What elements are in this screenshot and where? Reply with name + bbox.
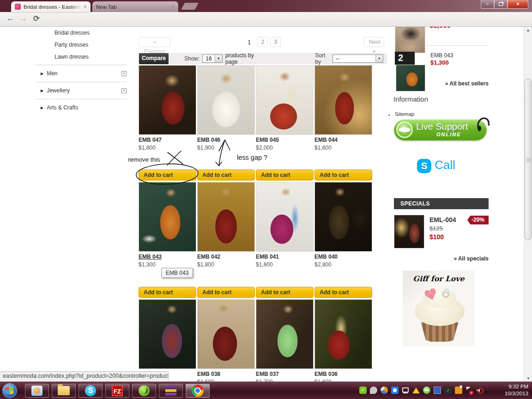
- volume-muted-icon[interactable]: [476, 387, 484, 394]
- product-image-emb042[interactable]: [197, 182, 255, 252]
- skype-icon[interactable]: S: [417, 159, 431, 173]
- tab-close-icon[interactable]: ×: [171, 4, 175, 10]
- sidebar-item-bridal-dresses[interactable]: Bridal dresses: [36, 27, 127, 39]
- google-drive-icon[interactable]: [412, 387, 420, 393]
- action-center-flag-icon[interactable]: [466, 387, 473, 394]
- tab-new-tab[interactable]: New Tab ×: [92, 1, 178, 12]
- scrollbar[interactable]: ▲ ▼: [524, 27, 532, 381]
- new-tab-button[interactable]: [181, 3, 199, 10]
- gift-for-love-banner[interactable]: Giff for Love: [403, 271, 475, 346]
- add-to-cart-button[interactable]: Add to cart: [314, 169, 372, 181]
- previous-page-button[interactable]: « Previous: [139, 37, 171, 47]
- sidebar-item-party-dresses[interactable]: Party dresses: [36, 39, 127, 51]
- product-image-emb046[interactable]: [197, 65, 255, 135]
- product-code[interactable]: EMB 045: [256, 137, 314, 143]
- special-product-thumb[interactable]: [394, 215, 424, 248]
- next-page-button[interactable]: Next »: [364, 37, 384, 47]
- restore-button[interactable]: [494, 0, 508, 9]
- add-to-cart-button[interactable]: Add to cart: [256, 169, 314, 181]
- expand-icon[interactable]: +: [121, 88, 127, 93]
- bullet-icon: •: [388, 113, 390, 118]
- sitemap-link[interactable]: Sitemap: [395, 111, 414, 117]
- product-code[interactable]: EMB 042: [197, 254, 255, 260]
- special-product-code[interactable]: EML-004: [429, 216, 456, 224]
- page-3-button[interactable]: 3: [270, 37, 281, 47]
- add-to-cart-button[interactable]: Add to cart: [314, 287, 372, 298]
- taskbar-chrome-active[interactable]: [186, 384, 210, 398]
- sidebar-item-arts-crafts[interactable]: ▶ Arts & Crafts: [36, 101, 127, 114]
- page-2-button[interactable]: 2: [257, 37, 268, 47]
- compare-button[interactable]: Compare: [139, 53, 169, 64]
- sidebar-item-men[interactable]: ▶ Men +: [36, 67, 127, 80]
- sort-label: Sort by: [315, 52, 330, 65]
- product-image-emb040[interactable]: [314, 182, 372, 252]
- best-seller-code[interactable]: EMB 043: [430, 52, 453, 59]
- orange-lamp-icon[interactable]: [455, 387, 462, 394]
- product-image-emb045[interactable]: [256, 65, 314, 135]
- show-select[interactable]: 16 ▼: [202, 54, 222, 63]
- product-image-emb036[interactable]: [314, 299, 372, 369]
- product-image[interactable]: [139, 299, 196, 369]
- teamviewer-icon[interactable]: [391, 387, 399, 394]
- add-to-cart-button[interactable]: Add to cart: [197, 287, 255, 298]
- product-image-emb041[interactable]: [256, 182, 314, 252]
- taskbar-green-app[interactable]: [132, 384, 156, 398]
- product-code[interactable]: EMB 037: [256, 371, 314, 377]
- product-image-emb038[interactable]: [197, 299, 255, 369]
- product-code-hovered[interactable]: EMB 043: [139, 254, 196, 260]
- taskbar-media-player[interactable]: [25, 384, 49, 398]
- music-note-icon[interactable]: ♪: [444, 387, 452, 394]
- sidebar-item-jewellery[interactable]: ▶ Jewellery +: [36, 84, 127, 97]
- tab-bridal-dresses[interactable]: Bridal dresses - Eastern Mo ×: [11, 1, 91, 12]
- all-specials-link[interactable]: » All specials: [392, 255, 489, 262]
- page-numbers: 1 2 3: [248, 37, 283, 47]
- system-tray: ✓ ♪: [359, 387, 484, 394]
- add-to-cart-button[interactable]: Add to cart: [139, 287, 196, 298]
- antivirus-check-icon[interactable]: ✓: [359, 387, 367, 394]
- product-image-emb044[interactable]: [314, 65, 372, 135]
- tray-app-icon[interactable]: [381, 387, 388, 394]
- best-seller-thumb-2[interactable]: [396, 65, 425, 91]
- skype-call-link[interactable]: Call: [435, 158, 455, 172]
- taskbar-filezilla[interactable]: FZ: [105, 384, 129, 398]
- dropdown-arrow-icon[interactable]: ▼: [375, 55, 383, 62]
- expand-icon[interactable]: +: [121, 71, 127, 76]
- forward-icon[interactable]: →: [19, 14, 27, 23]
- start-button[interactable]: [2, 383, 17, 398]
- add-to-cart-button[interactable]: Add to cart: [139, 169, 196, 181]
- scrollbar-thumb[interactable]: [525, 79, 532, 240]
- add-to-cart-button[interactable]: Add to cart: [197, 169, 255, 181]
- product-image-emb037[interactable]: [256, 299, 314, 369]
- blue-box-icon[interactable]: [434, 387, 441, 394]
- scroll-up-icon[interactable]: ▲: [524, 27, 532, 34]
- product-code[interactable]: EMB 047: [139, 137, 196, 143]
- taskbar-skype[interactable]: S: [79, 384, 103, 398]
- sidebar-item-lawn-dresses[interactable]: Lawn dresses: [36, 51, 127, 63]
- product-code[interactable]: EMB 044: [314, 137, 372, 143]
- taskbar-clock[interactable]: 9:32 PM 10/3/2013: [493, 383, 528, 397]
- add-to-cart-button[interactable]: Add to cart: [256, 287, 314, 298]
- product-code[interactable]: EMB 036: [314, 371, 372, 377]
- best-seller-thumb-1[interactable]: [395, 27, 425, 53]
- tab-close-icon[interactable]: ×: [84, 4, 87, 10]
- product-code[interactable]: EMB 040: [314, 254, 372, 260]
- green-sphere-icon[interactable]: [423, 387, 430, 394]
- taskbar-explorer[interactable]: [52, 384, 76, 398]
- taskbar-winrar[interactable]: [159, 384, 183, 398]
- product-code[interactable]: EMB 041: [256, 254, 314, 260]
- live-support-badge[interactable]: Live Support ONLINE: [394, 119, 487, 140]
- minimize-button[interactable]: –: [481, 0, 494, 9]
- sort-select[interactable]: -- ▼: [332, 54, 383, 63]
- product-image-emb043[interactable]: [139, 182, 196, 252]
- product-image-emb047[interactable]: [139, 65, 196, 135]
- close-button[interactable]: ×: [508, 0, 528, 9]
- chat-bubble-icon[interactable]: [370, 387, 377, 394]
- back-icon[interactable]: ←: [6, 14, 14, 23]
- network-icon[interactable]: [402, 387, 409, 394]
- dropdown-arrow-icon[interactable]: ▼: [215, 55, 222, 62]
- scroll-down-icon[interactable]: ▼: [524, 376, 532, 381]
- product-code[interactable]: EMB 046: [197, 137, 255, 143]
- all-best-sellers-link[interactable]: » All best sellers: [392, 80, 489, 87]
- product-code[interactable]: EMB 038: [197, 371, 255, 377]
- refresh-icon[interactable]: ⟳: [33, 14, 40, 24]
